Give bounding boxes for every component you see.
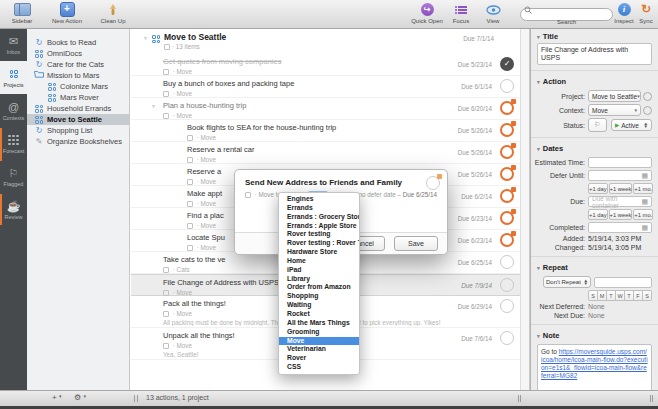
sidebar-toggle-button[interactable]: Sidebar	[4, 2, 40, 25]
context-menu-item[interactable]: Library	[279, 275, 359, 284]
weekday-button[interactable]: M	[598, 290, 607, 301]
quick-date-button[interactable]: +1 week	[609, 183, 633, 194]
task-status-circle[interactable]	[500, 79, 514, 93]
inspect-button[interactable]: i Inspect	[611, 2, 637, 25]
context-menu-item[interactable]: Hardware Store	[279, 248, 359, 257]
context-target-icon[interactable]	[643, 106, 652, 115]
scrollbar-gutter[interactable]	[520, 28, 530, 391]
sidebar-item-mars-rover[interactable]: Mars Rover	[27, 92, 129, 103]
context-menu-item[interactable]: Engines	[279, 195, 359, 204]
context-menu-item[interactable]: All the Mars Things	[279, 319, 359, 328]
flag-toggle-button[interactable]: ⚐	[588, 118, 607, 132]
context-menu-item[interactable]: Rover testing : Rover Tires	[279, 239, 359, 248]
due-field[interactable]: Due with container▦	[588, 196, 652, 207]
inspector-title-header[interactable]: ▾Title	[531, 28, 658, 43]
calendar-icon[interactable]: ▦	[641, 224, 648, 232]
context-menu-item[interactable]: Home	[279, 257, 359, 266]
rail-tab-review[interactable]: ☕Review	[0, 193, 27, 226]
section-disclosure-icon[interactable]: ▾	[537, 34, 540, 40]
task-status-circle[interactable]: ✓	[500, 57, 514, 71]
title-field[interactable]: File Change of Address with USPS	[537, 43, 652, 65]
quick-date-button[interactable]: +1 day	[588, 209, 608, 220]
section-disclosure-icon[interactable]: ▾	[537, 333, 540, 339]
context-menu-item[interactable]: Waiting	[279, 301, 359, 310]
sidebar-item-move-to-seattle[interactable]: Move to Seattle	[27, 114, 129, 125]
estimated-time-field[interactable]	[588, 157, 652, 168]
new-action-button[interactable]: + New Action	[44, 2, 90, 25]
quick-date-button[interactable]: +1 day	[588, 183, 608, 194]
sync-button[interactable]: ↻ Sync	[636, 2, 656, 25]
group-disclosure-icon[interactable]: ▿	[144, 34, 147, 41]
rail-tab-inbox[interactable]: ✉Inbox	[0, 28, 27, 61]
inspector-dates-header[interactable]: ▾Dates	[531, 140, 658, 155]
section-disclosure-icon[interactable]: ▾	[537, 265, 540, 271]
section-disclosure-icon[interactable]: ▾	[537, 146, 540, 152]
rail-tab-flagged[interactable]: ⚐Flagged	[0, 160, 27, 193]
inspector-repeat-header[interactable]: ▾Repeat	[531, 259, 658, 274]
sidebar-item-omnidocs[interactable]: OmniDocs	[27, 48, 129, 59]
context-menu-item[interactable]: CSS	[279, 363, 359, 372]
task-row[interactable]: Buy a bunch of boxes and packing tape · …	[131, 76, 520, 98]
section-disclosure-icon[interactable]: ▾	[537, 79, 540, 85]
inspector-note-header[interactable]: ▾Note	[531, 327, 658, 342]
context-menu-item[interactable]: Move	[279, 337, 359, 346]
add-perspective-button[interactable]: + ▾	[52, 393, 61, 402]
task-status-circle[interactable]	[500, 299, 514, 313]
view-button[interactable]: View	[479, 2, 507, 25]
context-menu-item[interactable]: Order from Amazon	[279, 283, 359, 292]
task-row[interactable]: Reserve a rental car · MoveDue 5/26/14	[131, 142, 520, 164]
context-menu-item[interactable]: Rover testing	[279, 230, 359, 239]
quick-date-button[interactable]: +1 week	[609, 209, 633, 220]
popup-defer[interactable]: no defer date	[359, 191, 396, 198]
pane-resize-grip[interactable]	[518, 395, 523, 402]
sidebar-item-books-to-read[interactable]: ↻Books to Read	[27, 37, 129, 48]
repeat-interval-field[interactable]	[594, 277, 652, 288]
sidebar-item-shopping-list[interactable]: ↻Shopping List	[27, 125, 129, 136]
clean-up-button[interactable]: Clean Up	[93, 2, 133, 25]
task-status-circle[interactable]	[500, 331, 514, 345]
quick-date-button[interactable]: +1 mo.	[633, 209, 653, 220]
context-menu-item[interactable]: Shopping	[279, 292, 359, 301]
note-field[interactable]: Go to https://moversguide.usps.com/icoa/…	[537, 344, 652, 391]
rail-tab-forecast[interactable]: Forecast	[0, 127, 27, 160]
popup-due[interactable]: Due 6/25/14	[403, 191, 437, 198]
task-row[interactable]: ▿Plan a house-hunting trip · MoveDue 6/2…	[131, 98, 520, 120]
calendar-icon[interactable]: ▦	[641, 172, 648, 180]
weekday-button[interactable]: W	[616, 290, 625, 301]
weekday-button[interactable]: S	[643, 290, 652, 301]
weekday-button[interactable]: F	[634, 290, 643, 301]
sidebar-item-mission-to-mars[interactable]: Mission to Mars	[27, 70, 129, 81]
completed-field[interactable]: ▦	[588, 222, 652, 233]
rail-tab-projects[interactable]: Projects	[0, 61, 27, 94]
quick-date-button[interactable]: +1 mo.	[633, 183, 653, 194]
sidebar-item-organize-bookshelves[interactable]: ✎Organize Bookshelves	[27, 136, 129, 147]
rail-tab-contexts[interactable]: @Contexts	[0, 94, 27, 127]
task-status-circle[interactable]	[500, 278, 514, 292]
settings-button[interactable]: ⚙ ▾	[74, 393, 86, 402]
group-disclosure-icon[interactable]: ▿	[152, 102, 155, 109]
pane-resize-grip[interactable]	[650, 395, 655, 402]
context-menu-item[interactable]: iPad	[279, 266, 359, 275]
weekday-button[interactable]: T	[625, 290, 634, 301]
pane-resize-grip[interactable]	[134, 395, 139, 402]
repeat-mode-select[interactable]: Don't Repeat▲▼	[543, 276, 591, 288]
weekday-button[interactable]: S	[588, 290, 598, 301]
context-menu-item[interactable]: Grooming	[279, 328, 359, 337]
project-select[interactable]: Move to Seattle▾	[588, 90, 641, 102]
context-menu-item[interactable]: Veterinarian	[279, 345, 359, 354]
sidebar-item-colonize-mars[interactable]: Colonize Mars	[27, 81, 129, 92]
context-menu-item[interactable]: Errands	[279, 204, 359, 213]
context-menu-item[interactable]: Rover	[279, 354, 359, 363]
inspector-action-header[interactable]: ▾Action	[531, 73, 658, 88]
project-target-icon[interactable]	[643, 92, 652, 101]
weekday-button[interactable]: T	[607, 290, 616, 301]
popup-task-title[interactable]: Send New Address to Friends and Family	[235, 170, 447, 187]
task-row[interactable]: Get quotes from moving companies · MoveD…	[131, 54, 520, 76]
focus-button[interactable]: Focus	[447, 2, 475, 25]
context-select[interactable]: Move▾	[588, 104, 641, 116]
context-menu-item[interactable]: Errands : Apple Store	[279, 222, 359, 231]
status-select[interactable]: ▶Active▲▼	[611, 119, 652, 131]
quick-open-button[interactable]: ↪ Quick Open	[405, 2, 449, 25]
sidebar-item-household-errands[interactable]: Household Errands	[27, 103, 129, 114]
sidebar-item-care-for-the-cats[interactable]: ↻Care for the Cats	[27, 59, 129, 70]
